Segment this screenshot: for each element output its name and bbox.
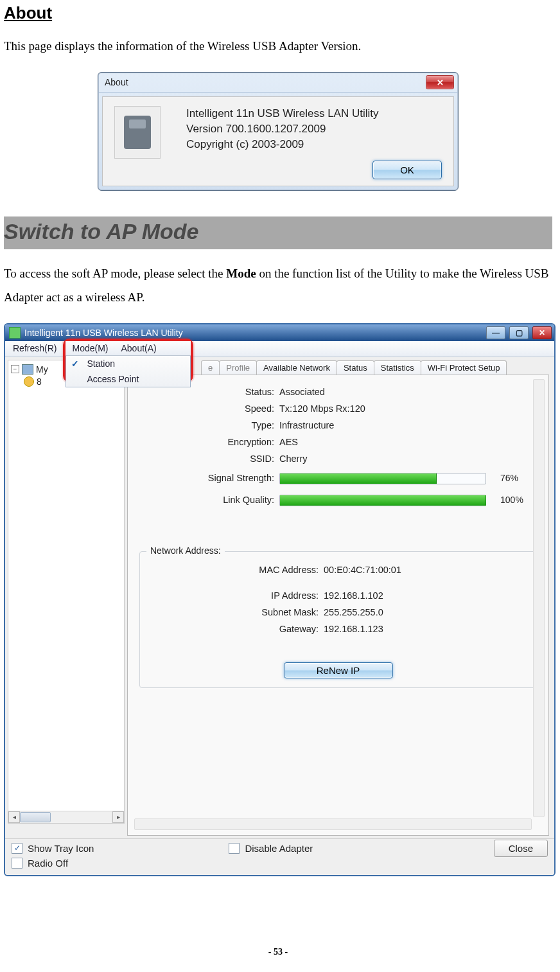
mode-option-access-point[interactable]: Access Point <box>66 371 190 387</box>
label-type: Type: <box>139 420 279 430</box>
label-gateway: Gateway: <box>152 624 324 634</box>
about-description: This page displays the information of th… <box>4 35 552 58</box>
menu-about[interactable]: About(A) <box>114 341 162 355</box>
tab-general-obscured[interactable]: e <box>201 360 220 375</box>
section-heading-bar: Switch to AP Mode <box>4 216 552 249</box>
about-dialog: About ✕ Intelligent 11n USB Wireless LAN… <box>98 72 459 191</box>
link-quality-bar <box>279 495 486 506</box>
minimize-icon[interactable]: — <box>486 326 505 339</box>
sidebar-tree: − My 8 ◂ ▸ <box>8 360 125 824</box>
about-line-product: Intelligent 11n USB Wireless LAN Utility <box>186 106 442 121</box>
value-ip: 192.168.1.102 <box>324 590 383 601</box>
menubar: Refresh(R) Mode(M) About(A) ✓ Station Ac… <box>5 341 554 357</box>
network-adapter-icon <box>24 376 34 387</box>
tab-profile[interactable]: Profile <box>219 360 257 375</box>
about-line-version: Version 700.1600.1207.2009 <box>186 121 442 137</box>
sidebar-horizontal-scrollbar[interactable]: ◂ ▸ <box>8 811 124 823</box>
value-gateway: 192.168.1.123 <box>324 624 383 634</box>
tab-panel-general: Status:Associated Speed:Tx:120 Mbps Rx:1… <box>127 375 549 836</box>
link-quality-percent: 100% <box>500 495 523 505</box>
network-address-legend: Network Address: <box>146 545 225 556</box>
menu-mode[interactable]: Mode(M) <box>66 341 114 355</box>
label-radio-off: Radio Off <box>28 858 68 869</box>
checkbox-unchecked-icon <box>12 858 22 869</box>
label-show-tray: Show Tray Icon <box>28 843 94 854</box>
about-dialog-titlebar[interactable]: About ✕ <box>98 73 458 93</box>
section-heading-switch: Switch to AP Mode <box>4 219 552 244</box>
renew-ip-button[interactable]: ReNew IP <box>284 662 393 678</box>
adapter-illustration-icon <box>114 106 161 159</box>
tree-child-label: 8 <box>37 376 42 387</box>
label-ip: IP Address: <box>152 590 324 601</box>
checkbox-unchecked-icon <box>229 843 240 854</box>
value-encryption: AES <box>279 437 298 447</box>
value-status: Associated <box>279 387 325 397</box>
label-speed: Speed: <box>139 403 279 414</box>
network-address-group: Network Address: MAC Address:00:E0:4C:71… <box>139 551 537 688</box>
scroll-left-icon[interactable]: ◂ <box>8 811 20 823</box>
switch-desc-pre: To access the soft AP mode, please selec… <box>4 267 226 280</box>
checkbox-disable-adapter[interactable]: Disable Adapter <box>229 843 313 854</box>
label-signal-strength: Signal Strength: <box>139 473 279 484</box>
value-type: Infrastructure <box>279 420 334 430</box>
tab-available-network[interactable]: Available Network <box>256 360 337 375</box>
close-button[interactable]: Close <box>494 840 548 857</box>
label-disable-adapter: Disable Adapter <box>245 843 313 854</box>
label-ssid: SSID: <box>139 454 279 464</box>
tab-statistics[interactable]: Statistics <box>374 360 421 375</box>
switch-description: To access the soft AP mode, please selec… <box>4 262 552 308</box>
signal-strength-bar <box>279 473 486 484</box>
ok-button[interactable]: OK <box>372 161 442 179</box>
mode-menu-highlight: Mode(M) About(A) ✓ Station Access Point <box>63 339 193 382</box>
scrollbar-thumb[interactable] <box>20 812 51 822</box>
page-number: - 53 - <box>4 947 552 957</box>
maximize-icon[interactable]: ▢ <box>509 326 529 339</box>
mode-option-station-label: Station <box>87 358 115 369</box>
app-icon <box>9 327 21 339</box>
check-icon: ✓ <box>71 358 80 369</box>
mode-option-ap-label: Access Point <box>87 374 139 384</box>
about-line-copyright: Copyright (c) 2003-2009 <box>186 137 442 152</box>
label-link-quality: Link Quality: <box>139 495 279 506</box>
value-subnet: 255.255.255.0 <box>324 607 383 617</box>
label-mac: MAC Address: <box>152 565 324 575</box>
scroll-right-icon[interactable]: ▸ <box>112 811 124 823</box>
tab-status[interactable]: Status <box>337 360 374 375</box>
panel-horizontal-scrollbar[interactable] <box>134 818 532 830</box>
utility-footer: ✓ Show Tray Icon Radio Off Disable Adapt… <box>5 838 554 875</box>
tab-wifi-protect-setup[interactable]: Wi-Fi Protect Setup <box>421 360 507 375</box>
close-icon[interactable]: ✕ <box>426 75 454 89</box>
utility-title: Intelligent 11n USB Wireless LAN Utility <box>24 328 482 338</box>
switch-desc-bold: Mode <box>226 267 256 280</box>
label-status: Status: <box>139 387 279 397</box>
value-speed: Tx:120 Mbps Rx:120 <box>279 403 365 414</box>
panel-vertical-scrollbar[interactable] <box>533 379 545 817</box>
tree-root-label: My <box>36 364 48 375</box>
mode-option-station[interactable]: ✓ Station <box>66 356 190 371</box>
label-subnet: Subnet Mask: <box>152 607 324 617</box>
checkbox-checked-icon: ✓ <box>12 843 22 854</box>
heading-about: About <box>4 3 552 23</box>
window-close-icon[interactable]: ✕ <box>532 326 552 339</box>
label-encryption: Encryption: <box>139 437 279 447</box>
checkbox-radio-off[interactable]: Radio Off <box>12 858 94 869</box>
checkbox-show-tray-icon[interactable]: ✓ Show Tray Icon <box>12 843 94 854</box>
collapse-icon[interactable]: − <box>11 365 19 373</box>
mode-dropdown: ✓ Station Access Point <box>66 356 191 387</box>
computer-icon <box>22 364 33 375</box>
utility-window: Intelligent 11n USB Wireless LAN Utility… <box>4 323 556 876</box>
about-dialog-title: About <box>105 77 426 87</box>
value-ssid: Cherry <box>279 454 308 464</box>
signal-strength-percent: 76% <box>500 473 518 483</box>
value-mac: 00:E0:4C:71:00:01 <box>324 565 401 575</box>
menu-refresh[interactable]: Refresh(R) <box>5 341 64 357</box>
tabbar: e Profile Available Network Status Stati… <box>201 360 549 375</box>
